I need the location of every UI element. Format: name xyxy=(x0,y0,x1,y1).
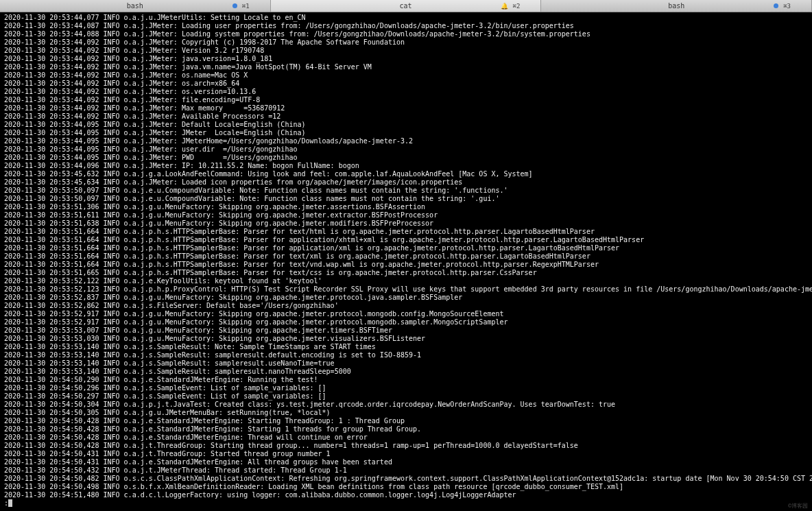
log-line: 2020-11-30 20:53:53,007 INFO o.a.j.g.u.M… xyxy=(4,326,808,335)
log-line: 2020-11-30 20:53:53,140 INFO o.a.j.s.Sam… xyxy=(4,359,808,368)
log-line: 2020-11-30 20:54:50,290 INFO o.a.j.e.Sta… xyxy=(4,376,808,384)
log-line: 2020-11-30 20:53:51,664 INFO o.a.j.p.h.s… xyxy=(4,261,808,269)
log-line: 2020-11-30 20:53:52,122 INFO o.a.j.e.Key… xyxy=(4,277,808,285)
tab-indicator: ⌘3 xyxy=(774,3,791,10)
tab-indicator: ⌘1 xyxy=(232,3,250,10)
tab-shortcut: ⌘1 xyxy=(242,3,250,10)
log-line: 2020-11-30 20:54:50,498 INFO o.s.b.f.x.X… xyxy=(4,483,808,491)
log-line: 2020-11-30 20:53:52,917 INFO o.a.j.g.u.M… xyxy=(4,310,808,318)
tab-title: bash xyxy=(668,2,684,10)
log-line: 2020-11-30 20:53:51,664 INFO o.a.j.p.h.s… xyxy=(4,252,808,261)
log-line: 2020-11-30 20:54:50,431 INFO o.a.j.t.Thr… xyxy=(4,450,808,458)
log-line: 2020-11-30 20:53:53,030 INFO o.a.j.g.u.M… xyxy=(4,335,808,343)
log-line: 2020-11-30 20:53:45,632 INFO o.a.j.g.a.L… xyxy=(4,170,808,178)
log-line: 2020-11-30 20:54:50,431 INFO o.a.j.e.Sta… xyxy=(4,458,808,466)
tab-bar: bash ⌘1 cat 🔔 ⌘2 bash ⌘3 xyxy=(0,0,812,12)
unsaved-dot-icon xyxy=(774,3,778,8)
log-line: 2020-11-30 20:54:50,432 INFO o.a.j.t.JMe… xyxy=(4,466,808,475)
unsaved-dot-icon xyxy=(232,3,237,8)
log-line: 2020-11-30 20:53:44,095 INFO o.a.j.JMete… xyxy=(4,129,808,137)
log-line: 2020-11-30 20:53:51,306 INFO o.a.j.g.u.M… xyxy=(4,203,808,211)
log-line: 2020-11-30 20:53:51,664 INFO o.a.j.p.h.s… xyxy=(4,228,808,236)
log-line: 2020-11-30 20:53:44,092 INFO o.a.j.JMete… xyxy=(4,63,808,71)
tab-title: cat xyxy=(399,2,411,10)
log-line: 2020-11-30 20:53:44,095 INFO o.a.j.JMete… xyxy=(4,121,808,129)
log-line: 2020-11-30 20:53:52,123 INFO o.a.j.p.h.p… xyxy=(4,285,808,294)
log-line: 2020-11-30 20:54:50,428 INFO o.a.j.e.Sta… xyxy=(4,433,808,442)
log-line: 2020-11-30 20:54:50,297 INFO o.a.j.s.Sam… xyxy=(4,392,808,401)
log-line: 2020-11-30 20:53:44,077 INFO o.a.j.u.JMe… xyxy=(4,14,808,22)
log-line: 2020-11-30 20:53:44,096 INFO o.a.j.JMete… xyxy=(4,162,808,170)
log-line: 2020-11-30 20:54:50,428 INFO o.a.j.e.Sta… xyxy=(4,417,808,425)
log-line: 2020-11-30 20:53:52,837 INFO o.a.j.g.u.M… xyxy=(4,294,808,302)
log-line: 2020-11-30 20:54:50,428 INFO o.a.j.e.Sta… xyxy=(4,425,808,433)
tab-title: bash xyxy=(127,2,143,10)
tab-shortcut: ⌘2 xyxy=(513,3,521,10)
log-line: 2020-11-30 20:53:44,088 INFO o.a.j.JMete… xyxy=(4,30,808,38)
log-line: 2020-11-30 20:53:44,092 INFO o.a.j.JMete… xyxy=(4,80,808,88)
log-line: 2020-11-30 20:53:44,087 INFO o.a.j.JMete… xyxy=(4,22,808,30)
log-line: 2020-11-30 20:53:44,092 INFO o.a.j.JMete… xyxy=(4,47,808,55)
log-line: 2020-11-30 20:53:50,097 INFO o.a.j.e.u.C… xyxy=(4,195,808,203)
log-line: 2020-11-30 20:53:44,092 INFO o.a.j.JMete… xyxy=(4,38,808,47)
log-line: 2020-11-30 20:53:53,140 INFO o.a.j.s.Sam… xyxy=(4,343,808,351)
tab-shortcut: ⌘3 xyxy=(783,3,791,10)
log-line: 2020-11-30 20:53:51,638 INFO o.a.j.g.u.M… xyxy=(4,219,808,228)
log-line: 2020-11-30 20:53:51,611 INFO o.a.j.g.u.M… xyxy=(4,211,808,219)
log-line: 2020-11-30 20:53:44,092 INFO o.a.j.JMete… xyxy=(4,88,808,96)
bell-icon: 🔔 xyxy=(501,3,508,10)
log-line: 2020-11-30 20:53:44,095 INFO o.a.j.JMete… xyxy=(4,154,808,162)
log-line: 2020-11-30 20:53:51,664 INFO o.a.j.p.h.s… xyxy=(4,236,808,244)
log-line: 2020-11-30 20:54:50,482 INFO o.s.c.s.Cla… xyxy=(4,475,808,483)
log-line: 2020-11-30 20:53:44,095 INFO o.a.j.JMete… xyxy=(4,137,808,145)
prompt-line[interactable]: : xyxy=(4,499,808,508)
tab-bash-3[interactable]: bash ⌘3 xyxy=(541,0,812,12)
log-line: 2020-11-30 20:53:51,664 INFO o.a.j.p.h.s… xyxy=(4,244,808,252)
log-line: 2020-11-30 20:54:50,296 INFO o.a.j.s.Sam… xyxy=(4,384,808,392)
log-line: 2020-11-30 20:53:51,665 INFO o.a.j.p.h.s… xyxy=(4,269,808,277)
log-line: 2020-11-30 20:53:44,092 INFO o.a.j.JMete… xyxy=(4,112,808,121)
log-line: 2020-11-30 20:54:51,480 INFO c.a.d.c.l.L… xyxy=(4,491,808,499)
log-line: 2020-11-30 20:53:44,092 INFO o.a.j.JMete… xyxy=(4,71,808,80)
log-line: 2020-11-30 20:53:53,140 INFO o.a.j.s.Sam… xyxy=(4,351,808,359)
terminal-output[interactable]: 2020-11-30 20:53:44,077 INFO o.a.j.u.JMe… xyxy=(0,12,812,509)
cursor-icon xyxy=(8,499,12,507)
log-line: 2020-11-30 20:53:44,092 INFO o.a.j.JMete… xyxy=(4,96,808,104)
log-line: 2020-11-30 20:53:44,095 INFO o.a.j.JMete… xyxy=(4,145,808,154)
log-line: 2020-11-30 20:54:50,305 INFO o.a.j.g.u.J… xyxy=(4,409,808,417)
log-line: 2020-11-30 20:53:52,862 INFO o.a.j.s.Fil… xyxy=(4,302,808,310)
tab-cat[interactable]: cat 🔔 ⌘2 xyxy=(271,0,542,12)
tab-indicator: 🔔 ⌘2 xyxy=(501,3,521,10)
watermark: ©博客园 xyxy=(788,502,808,510)
log-line: 2020-11-30 20:53:44,092 INFO o.a.j.JMete… xyxy=(4,55,808,63)
log-line: 2020-11-30 20:53:52,917 INFO o.a.j.g.u.M… xyxy=(4,318,808,326)
log-line: 2020-11-30 20:54:50,304 INFO o.a.j.p.j.t… xyxy=(4,401,808,409)
log-line: 2020-11-30 20:53:45,634 INFO o.a.j.JMete… xyxy=(4,178,808,187)
tab-bash-1[interactable]: bash ⌘1 xyxy=(0,0,271,12)
log-line: 2020-11-30 20:53:44,092 INFO o.a.j.JMete… xyxy=(4,104,808,112)
log-line: 2020-11-30 20:54:50,428 INFO o.a.j.t.Thr… xyxy=(4,442,808,450)
log-line: 2020-11-30 20:53:50,097 INFO o.a.j.e.u.C… xyxy=(4,187,808,195)
log-line: 2020-11-30 20:53:53,140 INFO o.a.j.s.Sam… xyxy=(4,368,808,376)
